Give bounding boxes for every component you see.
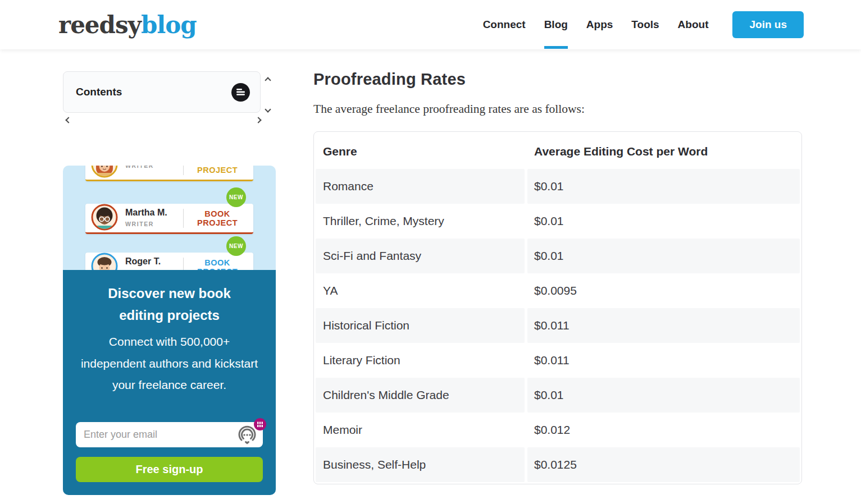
- nav-item-tools[interactable]: Tools: [631, 0, 659, 49]
- promo-body-text: Connect with 500,000+ independent author…: [79, 331, 260, 396]
- scroll-down-arrow-icon[interactable]: [265, 106, 271, 112]
- nav-item-label: Apps: [586, 19, 613, 31]
- writer-name: Roger T.: [125, 256, 183, 267]
- table-row: Literary Fiction$0.011: [316, 343, 800, 378]
- card-divider: [183, 166, 184, 175]
- intro-text: The average freelance proofreading rates…: [313, 102, 802, 116]
- genre-cell: YA: [316, 273, 525, 308]
- site-logo[interactable]: reedsyblog: [58, 11, 197, 39]
- contents-title: Contents: [76, 86, 122, 98]
- sidebar: Contents: [63, 71, 276, 495]
- genre-cell: Thriller, Crime, Mystery: [316, 204, 525, 239]
- table-row: Sci-Fi and Fantasy$0.01: [316, 239, 800, 273]
- main-nav: ConnectBlogAppsToolsAbout Join us: [464, 0, 804, 49]
- cost-cell: $0.01: [527, 169, 800, 204]
- nav-item-about[interactable]: About: [678, 0, 709, 49]
- table-row: Romance$0.01: [316, 169, 800, 204]
- genre-cell: Memoir: [316, 413, 525, 447]
- hamburger-menu-icon[interactable]: [231, 83, 250, 102]
- new-badge: NEW: [226, 187, 246, 207]
- scroll-left-arrow-icon[interactable]: [65, 117, 71, 123]
- cost-cell: $0.01: [527, 204, 800, 239]
- genre-cell: Sci-Fi and Fantasy: [316, 239, 525, 273]
- logo-text-secondary: blog: [141, 11, 197, 39]
- contents-widget: Contents: [63, 71, 276, 126]
- card-divider: [183, 209, 184, 228]
- cost-cell: $0.0095: [527, 273, 800, 308]
- email-field-wrap: [76, 422, 263, 447]
- promo-heading: Discover new book editing projects: [91, 282, 248, 326]
- table-header-genre: Genre: [316, 134, 525, 169]
- genre-cell: Children's Middle Grade: [316, 378, 525, 413]
- nav-item-connect[interactable]: Connect: [483, 0, 526, 49]
- writer-role: WRITER: [125, 166, 154, 169]
- promo-card: WRITERBOOK PROJECT Martha M.WRITERBOOK P…: [63, 166, 276, 495]
- writer-name: Martha M.: [125, 208, 183, 218]
- nav-item-blog[interactable]: Blog: [544, 0, 568, 49]
- site-header: reedsyblog ConnectBlogAppsToolsAbout Joi…: [0, 0, 861, 49]
- page-content: Contents: [0, 49, 861, 504]
- table-row: YA$0.0095: [316, 273, 800, 308]
- main-article: Proofreading Rates The average freelance…: [313, 49, 802, 484]
- cost-cell: $0.012: [527, 413, 800, 447]
- table-row: Children's Middle Grade$0.01: [316, 378, 800, 413]
- logo-text-primary: reedsy: [58, 11, 141, 39]
- table-row: Historical Fiction$0.011: [316, 308, 800, 343]
- book-project-tag: BOOK PROJECT: [186, 166, 249, 175]
- cost-cell: $0.0125: [527, 447, 800, 482]
- nav-item-label: Tools: [631, 19, 659, 31]
- table-header-row: Genre Average Editing Cost per Word: [316, 134, 800, 169]
- nav-item-apps[interactable]: Apps: [586, 0, 613, 49]
- table-row: Thriller, Crime, Mystery$0.01: [316, 204, 800, 239]
- cost-cell: $0.011: [527, 308, 800, 343]
- join-us-button[interactable]: Join us: [732, 11, 804, 38]
- writer-card: Martha M.WRITERBOOK PROJECT: [85, 204, 253, 234]
- table-header-cost: Average Editing Cost per Word: [527, 134, 800, 169]
- nav-item-label: Connect: [483, 19, 526, 31]
- writer-avatar-icon: [91, 204, 118, 233]
- genre-cell: Business, Self-Help: [316, 447, 525, 482]
- scroll-right-arrow-icon[interactable]: [255, 117, 261, 123]
- extension-badge-icon[interactable]: [253, 418, 267, 431]
- nav-items: ConnectBlogAppsToolsAbout: [464, 0, 709, 49]
- table-row: Memoir$0.012: [316, 413, 800, 447]
- active-tab-underline: [544, 46, 568, 49]
- new-badge: NEW: [226, 236, 246, 256]
- writer-name-block: Martha M.WRITER: [125, 208, 183, 228]
- writer-name-block: WRITER: [125, 166, 183, 171]
- nav-item-label: About: [678, 19, 709, 31]
- cost-cell: $0.011: [527, 343, 800, 378]
- page-title: Proofreading Rates: [313, 70, 802, 89]
- table-row: Business, Self-Help$0.0125: [316, 447, 800, 482]
- genre-cell: Literary Fiction: [316, 343, 525, 378]
- genre-cell: Historical Fiction: [316, 308, 525, 343]
- nav-item-label: Blog: [544, 19, 568, 31]
- rates-table: Genre Average Editing Cost per Word Roma…: [313, 131, 802, 484]
- writer-avatar-icon: [91, 166, 118, 180]
- genre-cell: Romance: [316, 169, 525, 204]
- writer-card: WRITERBOOK PROJECT: [85, 166, 253, 181]
- promo-signup-panel: Discover new book editing projects Conne…: [63, 270, 276, 495]
- scroll-up-arrow-icon[interactable]: [265, 77, 271, 83]
- free-signup-button[interactable]: Free sign-up: [76, 457, 263, 482]
- cost-cell: $0.01: [527, 378, 800, 413]
- cost-cell: $0.01: [527, 239, 800, 273]
- contents-widget-inner: Contents: [63, 71, 261, 113]
- writer-role: WRITER: [125, 221, 154, 227]
- book-project-tag: BOOK PROJECT: [186, 209, 249, 227]
